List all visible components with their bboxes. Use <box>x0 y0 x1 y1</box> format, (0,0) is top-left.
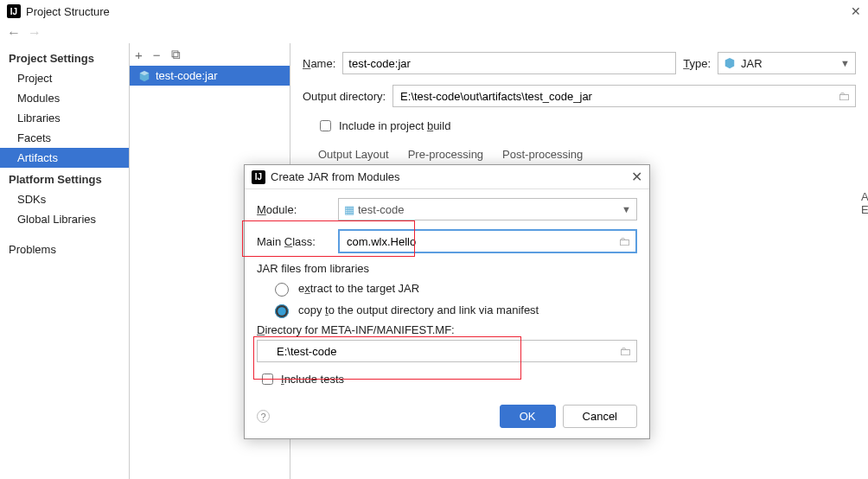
caret-down-icon: ▼ <box>622 204 631 214</box>
dialog-title: Create JAR from Modules <box>271 170 400 183</box>
sidebar-item-libraries[interactable]: Libraries <box>0 108 129 128</box>
include-build-checkbox[interactable] <box>320 120 331 131</box>
radio-copy-label: copy to the output directory and link vi… <box>298 303 539 316</box>
nav-toolbar: ← → <box>0 22 868 43</box>
window-close-icon[interactable]: ✕ <box>851 4 861 18</box>
caret-down-icon: ▼ <box>840 58 850 68</box>
main-class-field[interactable]: 🗀 <box>338 229 637 253</box>
output-dir-label: Output directory: <box>303 90 386 103</box>
app-icon: IJ <box>7 4 21 18</box>
tab-output-layout[interactable]: Output Layout <box>316 144 391 164</box>
type-value: JAR <box>741 57 840 70</box>
libs-header: JAR files from libraries <box>257 262 637 275</box>
window-titlebar: IJ Project Structure ✕ <box>0 0 868 22</box>
browse-icon[interactable]: 🗀 <box>618 234 630 248</box>
ok-button[interactable]: OK <box>500 405 556 428</box>
module-label: Module: <box>257 203 331 216</box>
sidebar-item-modules[interactable]: Modules <box>0 88 129 108</box>
module-value: test-code <box>358 203 622 216</box>
manifest-dir-label: Directory for META-INF/MANIFEST.MF: <box>257 323 637 336</box>
main-class-input[interactable] <box>345 234 618 249</box>
back-icon[interactable]: ← <box>7 25 21 41</box>
module-icon: ▦ <box>344 203 354 216</box>
create-jar-dialog: IJ Create JAR from Modules ✕ Module: ▦ t… <box>244 164 650 439</box>
include-tests-label: Include tests <box>281 373 344 386</box>
available-elements-label: Available Elements <box>861 190 868 216</box>
sidebar-item-artifacts[interactable]: Artifacts <box>0 148 129 168</box>
tab-pre-processing[interactable]: Pre-processing <box>406 144 485 164</box>
app-icon: IJ <box>252 170 265 184</box>
remove-icon[interactable]: − <box>153 48 161 62</box>
jar-icon <box>724 57 736 69</box>
artifact-item-label: test-code:jar <box>156 69 218 82</box>
artifact-item[interactable]: test-code:jar <box>130 66 290 86</box>
jar-icon <box>138 70 150 82</box>
dialog-help-icon[interactable]: ? <box>257 410 270 423</box>
available-elements-header: Available Elements ? <box>861 190 868 216</box>
add-icon[interactable]: + <box>135 48 143 62</box>
manifest-dir-field[interactable]: 🗀 <box>257 340 637 362</box>
type-label: Type: <box>683 57 711 70</box>
artifacts-toolbar: + − ⧉ <box>130 43 290 66</box>
dialog-close-icon[interactable]: ✕ <box>631 169 642 185</box>
radio-extract[interactable] <box>275 283 289 297</box>
sidebar-item-facets[interactable]: Facets <box>0 128 129 148</box>
sidebar-item-global-libs[interactable]: Global Libraries <box>0 209 129 229</box>
folder-icon[interactable]: 🗀 <box>838 89 850 103</box>
tab-post-processing[interactable]: Post-processing <box>501 144 584 164</box>
name-label: Name: <box>303 57 335 70</box>
cancel-button[interactable]: Cancel <box>563 405 637 428</box>
window-title: Project Structure <box>26 5 110 18</box>
sidebar-item-problems[interactable]: Problems <box>0 240 129 259</box>
output-dir-input[interactable] <box>399 89 838 104</box>
sidebar-section-project: Project Settings <box>0 47 129 68</box>
include-build-label: Include in project build <box>339 119 450 132</box>
manifest-dir-input[interactable] <box>263 344 619 359</box>
radio-copy[interactable] <box>275 304 289 318</box>
output-dir-field[interactable]: 🗀 <box>393 85 856 107</box>
name-input[interactable] <box>342 52 676 74</box>
sidebar-section-platform: Platform Settings <box>0 168 129 189</box>
copy-icon[interactable]: ⧉ <box>171 47 181 62</box>
include-tests-checkbox[interactable] <box>262 374 273 385</box>
main-class-label: Main Class: <box>257 235 331 248</box>
forward-icon[interactable]: → <box>28 25 41 41</box>
radio-extract-label: extract to the target JAR <box>298 282 419 295</box>
type-combo[interactable]: JAR ▼ <box>718 52 856 74</box>
folder-icon[interactable]: 🗀 <box>619 344 631 358</box>
module-dropdown[interactable]: ▦ test-code ▼ <box>338 198 637 220</box>
settings-sidebar: Project Settings Project Modules Librari… <box>0 43 130 479</box>
sidebar-item-project[interactable]: Project <box>0 68 129 88</box>
sidebar-item-sdks[interactable]: SDKs <box>0 189 129 209</box>
artifacts-list: test-code:jar <box>130 66 290 86</box>
tabs: Output Layout Pre-processing Post-proces… <box>316 144 856 164</box>
